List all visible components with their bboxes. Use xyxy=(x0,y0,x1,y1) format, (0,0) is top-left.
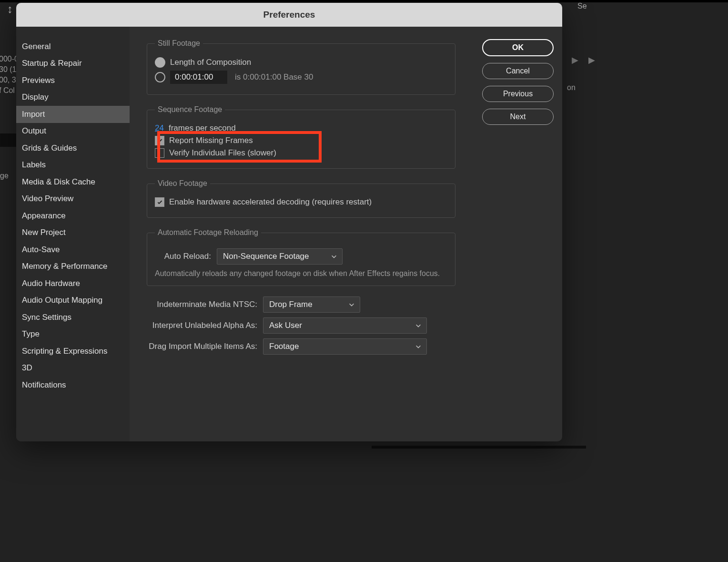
sidebar-item-3d[interactable]: 3D xyxy=(16,360,130,377)
auto-reload-dropdown[interactable]: Non-Sequence Footage xyxy=(217,248,343,265)
sidebar-item-labels[interactable]: Labels xyxy=(16,157,130,174)
still-time-input[interactable]: 0:00:01:00 xyxy=(170,71,227,84)
sidebar-item-grids-guides[interactable]: Grids & Guides xyxy=(16,140,130,157)
checkbox-report-missing-label: Report Missing Frames xyxy=(169,136,253,145)
sidebar-item-display[interactable]: Display xyxy=(16,89,130,106)
bg-topbar xyxy=(0,0,728,2)
video-footage-legend: Video Footage xyxy=(155,179,210,188)
preferences-sidebar: GeneralStartup & RepairPreviewsDisplayIm… xyxy=(16,27,130,441)
auto-reload-group: Automatic Footage Reloading Auto Reload:… xyxy=(147,228,455,286)
bg-text: ge xyxy=(0,172,9,180)
ok-button[interactable]: OK xyxy=(482,39,554,56)
video-footage-group: Video Footage Enable hardware accelerate… xyxy=(147,179,455,218)
checkbox-report-missing-frames[interactable] xyxy=(155,136,164,145)
checkbox-verify-files[interactable] xyxy=(155,148,164,158)
chevron-down-icon xyxy=(331,253,337,260)
alpha-label: Interpret Unlabeled Alpha As: xyxy=(147,321,257,330)
chevron-down-icon xyxy=(415,343,422,350)
sidebar-item-output[interactable]: Output xyxy=(16,123,130,140)
still-footage-legend: Still Footage xyxy=(155,39,203,48)
sequence-fps-input[interactable]: 24 xyxy=(155,123,164,133)
checkbox-hw-decode-label: Enable hardware accelerated decoding (re… xyxy=(169,197,372,207)
sidebar-item-memory-performance[interactable]: Memory & Performance xyxy=(16,258,130,276)
sidebar-item-sync-settings[interactable]: Sync Settings xyxy=(16,309,130,326)
auto-reload-desc: Automatically reloads any changed footag… xyxy=(155,269,447,278)
sidebar-item-startup-repair[interactable]: Startup & Repair xyxy=(16,55,130,72)
sidebar-item-video-preview[interactable]: Video Preview xyxy=(16,191,130,208)
ntsc-label: Indeterminate Media NTSC: xyxy=(147,300,257,309)
bg-dark-strip xyxy=(372,446,586,449)
drag-value: Footage xyxy=(269,342,299,351)
preferences-dialog: Preferences GeneralStartup & RepairPrevi… xyxy=(16,3,562,441)
auto-reload-legend: Automatic Footage Reloading xyxy=(155,228,261,237)
ntsc-value: Drop Frame xyxy=(269,300,313,309)
radio-length-of-composition[interactable] xyxy=(155,57,165,68)
bg-text: 30 (1 xyxy=(0,65,16,74)
checkbox-verify-label: Verify Individual Files (slower) xyxy=(169,148,276,158)
sidebar-item-audio-output-mapping[interactable]: Audio Output Mapping xyxy=(16,292,130,309)
sidebar-item-scripting-expressions[interactable]: Scripting & Expressions xyxy=(16,343,130,360)
chevron-down-icon xyxy=(348,301,355,308)
still-time-hint: is 0:00:01:00 Base 30 xyxy=(235,72,313,82)
sidebar-item-auto-save[interactable]: Auto-Save xyxy=(16,241,130,258)
sidebar-item-notifications[interactable]: Notifications xyxy=(16,377,130,394)
sidebar-item-import[interactable]: Import xyxy=(16,106,130,123)
dialog-title: Preferences xyxy=(16,3,562,27)
ntsc-dropdown[interactable]: Drop Frame xyxy=(263,296,360,313)
radio-length-label: Length of Composition xyxy=(170,58,251,67)
still-footage-group: Still Footage Length of Composition 0:00… xyxy=(147,39,455,95)
sequence-fps-unit: frames per second xyxy=(169,123,236,133)
chevron-down-icon xyxy=(415,322,422,329)
checkbox-hw-decode[interactable] xyxy=(155,197,164,207)
bg-text: on xyxy=(567,83,576,92)
preferences-main: OK Cancel Previous Next Still Footage Le… xyxy=(130,27,562,441)
alpha-dropdown[interactable]: Ask User xyxy=(263,317,427,334)
bg-text: Se xyxy=(577,2,587,10)
auto-reload-label: Auto Reload: xyxy=(155,252,211,261)
drag-label: Drag Import Multiple Items As: xyxy=(147,342,257,351)
drag-dropdown[interactable]: Footage xyxy=(263,338,427,355)
sidebar-item-new-project[interactable]: New Project xyxy=(16,225,130,242)
sidebar-item-previews[interactable]: Previews xyxy=(16,72,130,89)
bg-text: 00, 3 xyxy=(0,76,16,84)
sidebar-item-media-disk-cache[interactable]: Media & Disk Cache xyxy=(16,174,130,191)
sequence-footage-group: Sequence Footage 24 frames per second Re… xyxy=(147,105,455,169)
sidebar-item-audio-hardware[interactable]: Audio Hardware xyxy=(16,275,130,292)
next-button[interactable]: Next xyxy=(482,109,554,125)
alpha-value: Ask User xyxy=(269,321,302,330)
auto-reload-value: Non-Sequence Footage xyxy=(223,252,309,261)
sequence-footage-legend: Sequence Footage xyxy=(155,105,225,114)
bg-tool-glyph: ↕ xyxy=(7,2,13,16)
cancel-button[interactable]: Cancel xyxy=(482,63,554,79)
bg-arrows: ▶ ▶ xyxy=(572,55,599,65)
sidebar-item-general[interactable]: General xyxy=(16,38,130,55)
sidebar-item-appearance[interactable]: Appearance xyxy=(16,207,130,225)
previous-button[interactable]: Previous xyxy=(482,86,554,102)
radio-custom-time[interactable] xyxy=(155,72,165,82)
sidebar-item-type[interactable]: Type xyxy=(16,326,130,343)
bg-text: f Col xyxy=(0,86,15,95)
